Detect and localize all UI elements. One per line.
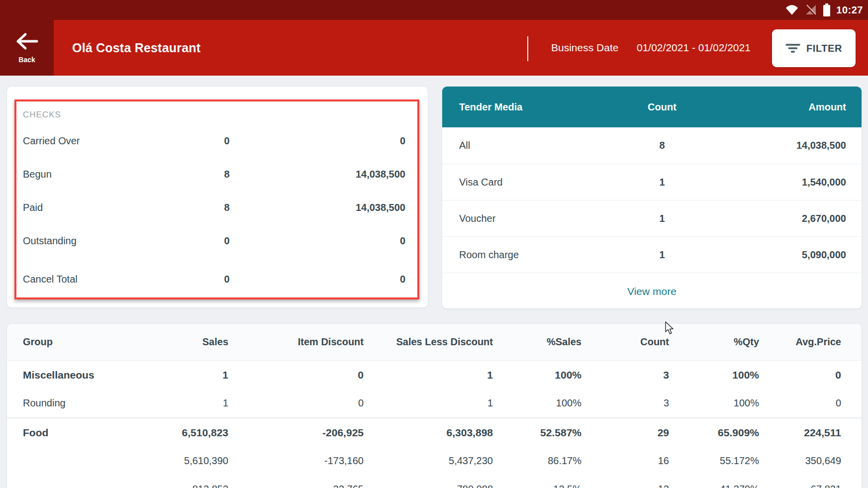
back-button[interactable]: Back <box>0 20 54 76</box>
checks-section-title: CHECKS <box>23 105 409 124</box>
sales-value: 1 <box>146 369 228 381</box>
check-label: Carried Over <box>23 135 197 147</box>
pct-qty-value: 100% <box>669 397 759 409</box>
count-value: 3 <box>581 369 669 381</box>
business-date-label: Business Date <box>551 20 618 76</box>
sales-less-discount-value: 780,088 <box>364 484 493 488</box>
tender-row-all: All 8 14,038,500 <box>442 127 862 164</box>
group-name: Food <box>23 427 146 439</box>
checks-row-begun: Begun 8 14,038,500 <box>23 158 409 191</box>
group-row-rounding: Rounding 1 0 1 100% 3 100% 0 <box>7 389 862 417</box>
tender-media-name: Room charge <box>459 249 627 261</box>
filter-button[interactable]: FILTER <box>772 29 856 67</box>
tender-media-name: Voucher <box>459 213 627 224</box>
pct-sales-value: 100% <box>493 369 581 381</box>
sales-less-discount-value: 6,303,898 <box>364 427 493 439</box>
check-label: Cancel Total <box>23 274 197 285</box>
column-header-group: Group <box>23 336 146 348</box>
count-value: 3 <box>581 397 669 409</box>
check-count: 0 <box>197 274 257 285</box>
check-amount: 0 <box>257 274 409 285</box>
column-header-avg-price: Avg.Price <box>759 336 841 348</box>
checks-row-cancel-total: Cancel Total 0 0 <box>23 264 409 294</box>
group-subrow: 5,610,390 -173,160 5,437,230 86.17% 16 5… <box>7 447 862 475</box>
check-label: Outstanding <box>23 235 197 247</box>
group-subrow: 813,853 -33,765 780,088 12.5% 12 41.379%… <box>7 475 862 488</box>
sales-value: 813,853 <box>146 484 228 488</box>
tender-amount: 2,670,000 <box>697 213 846 224</box>
header-divider <box>527 36 528 61</box>
screen: 10:27 Back Olá Costa Restaurant Business… <box>0 0 868 488</box>
column-header-amount: Amount <box>697 101 846 113</box>
mouse-cursor <box>665 321 675 337</box>
item-discount-value: -173,160 <box>228 455 364 467</box>
column-header-tender-media: Tender Media <box>459 101 627 113</box>
sales-by-group-card: Group Sales Item Discount Sales Less Dis… <box>6 323 862 488</box>
clock-time: 10:27 <box>836 4 863 16</box>
pct-sales-value: 100% <box>493 397 581 409</box>
check-count: 0 <box>197 235 257 247</box>
count-value: 16 <box>581 455 669 467</box>
avg-price-value: 67,821 <box>759 484 841 488</box>
app-bar: Back Olá Costa Restaurant Business Date … <box>0 20 868 76</box>
back-label: Back <box>18 56 35 64</box>
tender-media-footer: View more <box>442 273 862 309</box>
wifi-icon <box>785 5 798 15</box>
check-count: 8 <box>197 169 257 180</box>
count-value: 29 <box>581 427 669 439</box>
back-arrow-icon <box>14 32 40 53</box>
sales-value: 5,610,390 <box>146 455 228 467</box>
view-more-link[interactable]: View more <box>627 286 676 297</box>
group-name: Miscellaneous <box>23 369 146 381</box>
filter-label: FILTER <box>806 43 842 54</box>
sales-by-group-header: Group Sales Item Discount Sales Less Dis… <box>7 324 862 361</box>
pct-sales-value: 52.587% <box>493 427 581 439</box>
avg-price-value: 0 <box>759 369 841 381</box>
group-name: Rounding <box>23 397 146 409</box>
no-cellular-signal-icon <box>804 4 817 15</box>
tender-media-header: Tender Media Count Amount <box>442 87 862 127</box>
filter-icon <box>785 42 800 54</box>
checks-row-outstanding: Outstanding 0 0 <box>23 224 409 258</box>
pct-qty-value: 55.172% <box>669 455 759 467</box>
status-bar: 10:27 <box>0 0 868 20</box>
tender-count: 1 <box>627 177 697 188</box>
tender-media-card: Tender Media Count Amount All 8 14,038,5… <box>442 86 862 309</box>
column-header-pct-qty: %Qty <box>669 336 759 348</box>
checks-row-carried-over: Carried Over 0 0 <box>23 124 409 158</box>
tender-row-voucher: Voucher 1 2,670,000 <box>442 200 862 236</box>
column-header-sales: Sales <box>146 336 228 348</box>
pct-qty-value: 41.379% <box>669 484 759 488</box>
tender-count: 1 <box>627 249 697 261</box>
tender-row-room-charge: Room charge 1 5,090,000 <box>442 236 862 273</box>
sales-less-discount-value: 5,437,230 <box>364 455 493 467</box>
item-discount-value: 0 <box>228 369 364 381</box>
column-header-pct-sales: %Sales <box>493 336 581 348</box>
item-discount-value: 0 <box>228 397 364 409</box>
page-title: Olá Costa Restaurant <box>72 20 200 76</box>
pct-sales-value: 12.5% <box>493 484 581 488</box>
tender-media-name: All <box>459 140 627 151</box>
check-amount: 0 <box>257 135 409 147</box>
sales-less-discount-value: 1 <box>364 369 493 381</box>
avg-price-value: 224,511 <box>759 427 841 439</box>
check-amount: 14,038,500 <box>257 202 409 213</box>
check-count: 8 <box>197 202 257 213</box>
check-label: Begun <box>23 169 197 180</box>
tender-amount: 14,038,500 <box>697 140 846 151</box>
checks-highlighted-panel[interactable]: CHECKS Carried Over 0 0 Begun 8 14,038,5… <box>14 99 419 299</box>
check-label: Paid <box>23 202 197 213</box>
checks-row-paid: Paid 8 14,038,500 <box>23 191 409 224</box>
column-header-sales-less-discount: Sales Less Discount <box>364 336 493 348</box>
item-discount-value: -33,765 <box>228 484 364 488</box>
check-amount: 0 <box>257 235 409 247</box>
column-header-item-discount: Item Discount <box>228 336 364 348</box>
tender-row-visa-card: Visa Card 1 1,540,000 <box>442 164 862 200</box>
item-discount-value: -206,925 <box>228 427 364 439</box>
business-date-range[interactable]: 01/02/2021 - 01/02/2021 <box>637 20 751 76</box>
avg-price-value: 0 <box>759 397 841 409</box>
pct-qty-value: 65.909% <box>669 427 759 439</box>
count-value: 12 <box>581 484 669 488</box>
group-row-miscellaneous: Miscellaneous 1 0 1 100% 3 100% 0 <box>7 361 862 389</box>
check-amount: 14,038,500 <box>257 169 409 180</box>
